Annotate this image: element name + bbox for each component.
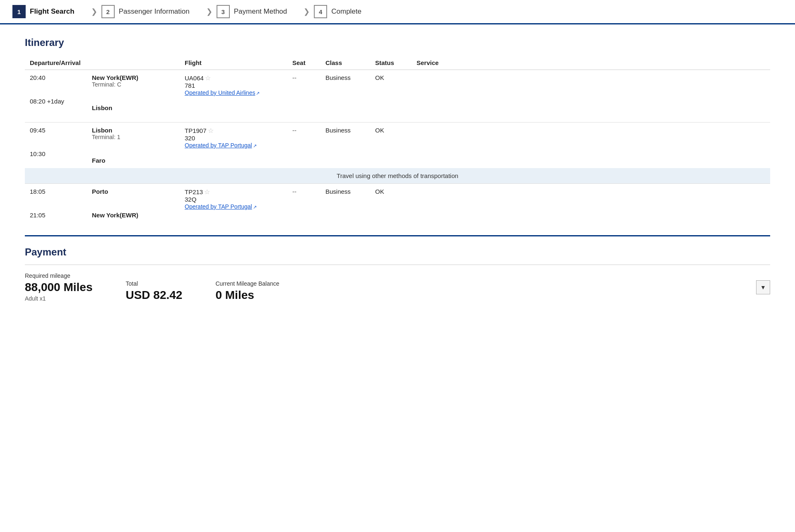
depart-location: Porto (92, 188, 175, 195)
mileage-col: Required mileage 88,000 Miles Adult x1 (25, 272, 92, 302)
dep-arr-cell: 18:05 21:05 Porto New York(EWR) (25, 184, 180, 223)
flight-number: 781 (185, 82, 282, 89)
step-arrow-2: ❯ (206, 7, 212, 16)
flight-name: UA064 ☆ (185, 74, 282, 82)
arrive-location: Lisbon (92, 104, 175, 111)
balance-unit: Miles (225, 289, 254, 301)
travel-other-text: Travel using other methods of transporta… (25, 168, 770, 184)
col-seat: Seat (287, 56, 320, 70)
payment-title: Payment (25, 246, 770, 258)
total-label: Total (125, 280, 182, 287)
terminal: Terminal: C (92, 81, 175, 88)
class-cell: Business (320, 70, 370, 116)
step-3-label: Payment Method (234, 7, 287, 16)
step-4[interactable]: 4 Complete (314, 5, 361, 18)
flight-code: UA064 (185, 75, 204, 82)
col-status: Status (370, 56, 412, 70)
flight-cell: TP213 ☆ 32Q Operated by TAP Portugal↗ (180, 184, 287, 223)
payment-dropdown-button[interactable]: ▼ (756, 280, 770, 294)
payment-row: Required mileage 88,000 Miles Adult x1 T… (25, 272, 770, 302)
table-row: 18:05 21:05 Porto New York(EWR) TP213 ☆ … (25, 184, 770, 223)
col-flight: Flight (180, 56, 287, 70)
mileage-unit: Miles (63, 281, 92, 294)
flight-code: TP1907 (185, 127, 207, 134)
travel-other-row: Travel using other methods of transporta… (25, 168, 770, 184)
time-cell: 18:05 21:05 (30, 188, 84, 219)
step-3[interactable]: 3 Payment Method (217, 5, 287, 18)
time-cell: 20:40 08:20 +1day (30, 74, 84, 111)
flight-cell: TP1907 ☆ 320 Operated by TAP Portugal↗ (180, 123, 287, 169)
service-cell (412, 123, 770, 169)
payment-divider (25, 265, 770, 265)
depart-location: New York(EWR) (92, 74, 175, 81)
step-2-label: Passenger Information (119, 7, 190, 16)
col-dep-arr: Departure/Arrival (25, 56, 180, 70)
service-cell (412, 70, 770, 116)
step-2[interactable]: 2 Passenger Information (101, 5, 190, 18)
status-cell: OK (370, 184, 412, 223)
balance-number: 0 (215, 289, 222, 301)
arrive-time: 10:30 (30, 150, 84, 157)
seat-cell: -- (287, 70, 320, 116)
step-2-num: 2 (101, 5, 115, 18)
class-cell: Business (320, 184, 370, 223)
step-3-num: 3 (217, 5, 230, 18)
balance-col: Current Mileage Balance 0 Miles (215, 280, 279, 302)
location-cell: Lisbon Terminal: 1 Faro (92, 127, 175, 164)
dep-arr-cell: 09:45 10:30 Lisbon Terminal: 1 Faro (25, 123, 180, 169)
operated-by-link[interactable]: Operated by United Airlines (185, 89, 255, 96)
class-cell: Business (320, 123, 370, 169)
depart-location: Lisbon (92, 127, 175, 134)
flight-number: 32Q (185, 196, 282, 203)
itinerary-title: Itinerary (25, 37, 770, 48)
step-arrow-3: ❯ (304, 7, 310, 16)
adult-label: Adult x1 (25, 295, 92, 302)
balance-value: 0 Miles (215, 289, 279, 302)
itinerary-table: Departure/Arrival Flight Seat Class Stat… (25, 56, 770, 223)
arrive-location: Faro (92, 157, 175, 164)
terminal: Terminal: 1 (92, 134, 175, 140)
flight-name: TP1907 ☆ (185, 127, 282, 135)
step-4-label: Complete (331, 7, 361, 16)
external-link-icon: ↗ (253, 143, 257, 148)
payment-info: Required mileage 88,000 Miles Adult x1 T… (25, 272, 279, 302)
step-arrow-1: ❯ (91, 7, 97, 16)
arrive-time: 21:05 (30, 212, 84, 219)
location-cell: New York(EWR) Terminal: C Lisbon (92, 74, 175, 111)
arrive-time: 08:20 +1day (30, 98, 84, 105)
step-1[interactable]: 1 Flight Search (12, 5, 75, 18)
depart-time: 18:05 (30, 188, 46, 195)
operated-by-link[interactable]: Operated by TAP Portugal (185, 203, 252, 210)
dep-arr-cell: 20:40 08:20 +1day New York(EWR) Terminal… (25, 70, 180, 116)
seat-cell: -- (287, 184, 320, 223)
table-row: 20:40 08:20 +1day New York(EWR) Terminal… (25, 70, 770, 116)
star-icon: ☆ (208, 127, 214, 135)
operated-by-link[interactable]: Operated by TAP Portugal (185, 142, 252, 149)
arrive-location: New York(EWR) (92, 212, 175, 219)
depart-time: 20:40 (30, 74, 46, 81)
main-content: Itinerary Departure/Arrival Flight Seat … (0, 24, 795, 314)
mileage-number: 88,000 (25, 281, 60, 294)
steps-bar: 1 Flight Search ❯ 2 Passenger Informatio… (0, 0, 795, 24)
total-col: Total USD 82.42 (125, 280, 182, 302)
external-link-icon: ↗ (256, 91, 260, 96)
required-mileage-label: Required mileage (25, 272, 92, 279)
service-cell (412, 184, 770, 223)
col-service: Service (412, 56, 770, 70)
flight-name: TP213 ☆ (185, 188, 282, 196)
col-class: Class (320, 56, 370, 70)
required-mileage-value: 88,000 Miles (25, 281, 92, 294)
flight-number: 320 (185, 135, 282, 142)
depart-time: 09:45 (30, 127, 46, 134)
status-cell: OK (370, 123, 412, 169)
external-link-icon: ↗ (253, 205, 257, 209)
total-value: USD 82.42 (125, 289, 182, 302)
payment-section: Payment Required mileage 88,000 Miles Ad… (25, 235, 770, 302)
step-4-num: 4 (314, 5, 327, 18)
step-1-num: 1 (12, 5, 26, 18)
flight-code: TP213 (185, 188, 203, 195)
time-cell: 09:45 10:30 (30, 127, 84, 164)
star-icon: ☆ (204, 188, 210, 196)
location-cell: Porto New York(EWR) (92, 188, 175, 219)
status-cell: OK (370, 70, 412, 116)
